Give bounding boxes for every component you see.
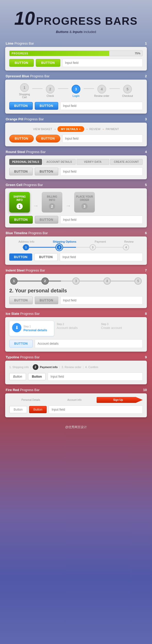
step-label-2: Check [43,95,58,97]
green-label-2: BILLINGINFO [47,195,57,202]
section4-num: 4 [145,150,147,154]
indent-button1[interactable]: Button [9,296,33,304]
header-title: PROGRESS BARS [36,15,138,27]
section1-num: 1 [145,41,147,45]
pill-arrow-3: → [102,127,105,131]
lime-controls: BUTTON BUTTON [9,59,143,67]
lime-input[interactable] [62,59,143,67]
blue-step-4: 4 Review order [94,85,109,97]
section8-num: 8 [145,312,147,316]
steel-tab-3[interactable]: VERIFY DATA [77,159,109,165]
timeline-input[interactable] [60,253,143,261]
ice-step-num-3: Step 3 [101,323,108,326]
fire-tab-1[interactable]: Personal Details [9,397,52,403]
tl-dot-4: 4 [123,244,129,250]
header-subtitle: Buttons & Inputs included [5,30,147,34]
section5-label-bold: Green Cell [6,183,22,187]
step-label-3: Login [68,95,84,97]
orange-button1[interactable]: BUTTON [9,135,34,142]
step-label-5: Checkout [120,95,135,97]
lime-pct: 75% [135,52,140,55]
pill-step-1: VIEW BASKET [33,128,52,131]
typo-button1[interactable]: Button [9,373,26,380]
blue-button2[interactable]: Button [35,102,58,110]
lime-button2[interactable]: BUTTON [36,59,60,67]
green-num-2: 2 [49,203,55,209]
fire-controls: Button Button [9,405,143,414]
lime-button1[interactable]: BUTTON [9,59,34,67]
fire-input[interactable] [49,405,143,414]
section7-label-bold: Indent Steel [6,268,25,272]
indent-personal-text: 2. Your personal details [9,288,143,294]
blue-button1[interactable]: Button [9,102,33,110]
header-num: 10 [14,8,35,29]
orange-button2[interactable]: BUTTON [36,135,60,142]
step-circle-4: 4 [97,85,106,94]
ice-input[interactable] [35,339,143,348]
section1-label-bold: Lime [6,41,13,45]
orange-input[interactable] [62,134,143,143]
timeline-labels: Address Info Shipping Options Payment Re… [9,240,143,243]
pill-step-2-active: MY DETAILS + [57,126,84,132]
steel-button2[interactable]: BUTTON [35,168,58,175]
tl-label-1: Address Info [19,240,35,243]
typo-step-3: 3. Review order [62,366,81,369]
indent-button2[interactable]: Button [35,296,58,304]
green-button2[interactable]: BUTTON [35,216,58,224]
green-input[interactable] [60,216,143,224]
section8-label-bold: Ice Slate [6,312,19,316]
section4-card: PERSONAL DETAILS ACCOUNT DETAILS VERIFY … [5,155,147,179]
typo-button2[interactable]: Button [28,373,46,380]
section-5-green: Green Cell Progress Bar 5 SHIPPINGINFO 1… [5,183,147,227]
pill-arrow-2: → [85,127,88,131]
section5-card: SHIPPINGINFO 1 → BILLINGINFO 2 → PLACE Y… [5,188,147,227]
indent-dot-3: 3 [72,277,80,285]
lime-progress-bar: PROGRESS 75% [9,50,143,56]
green-box-3: PLACE YOURORDER 3 [74,192,95,213]
fire-tab-3[interactable]: Sign Up [97,397,143,403]
section-7-indent: Indent Steel Progress Bar 7 1 2 3 4 5 2.… [5,268,147,308]
blue-steps: 1 Shopping Cart 2 Check 3 Login 4 Review… [9,83,143,99]
section10-label-bold: Fire Red [6,388,19,392]
orange-steps: VIEW BASKET → MY DETAILS + → REVIEW → PA… [9,126,143,132]
section3-num: 3 [145,117,147,121]
steel-button1[interactable]: BUTTON [9,168,33,175]
timeline-button1[interactable]: Button [9,253,32,261]
green-box-1: SHIPPINGINFO 1 [9,192,30,213]
section7-num: 7 [145,268,147,272]
section7-card: 1 2 3 4 5 2. Your personal details Butto… [5,274,147,308]
timeline-button2[interactable]: Button [34,253,58,261]
section10-num: 10 [143,388,147,392]
section-10-fire: Fire Red Progress Bar 10 Personal Detail… [5,388,147,417]
indent-line-active [10,281,61,282]
subtitle-buttons: Buttons [56,30,69,34]
green-box-2: BILLINGINFO 2 [42,192,62,213]
steel-tab-1[interactable]: PERSONAL DETAILS [9,159,42,165]
green-button1[interactable]: BUTTON [9,216,33,224]
indent-track: 1 2 3 4 5 [9,277,143,285]
green-num-3: 3 [81,203,88,209]
green-step-1: SHIPPINGINFO 1 [9,192,30,213]
section6-num: 6 [145,231,147,235]
section-4-steel: Round Steel Progress Bar 4 PERSONAL DETA… [5,150,147,179]
section1-label-rest: Progress Bar [14,41,34,45]
fire-tab-2[interactable]: Account info [53,397,96,403]
steel-input[interactable] [60,167,143,176]
steel-tab-2[interactable]: ACCOUNT DETAILS [43,159,75,165]
green-controls: BUTTON BUTTON [9,216,143,224]
indent-input[interactable] [60,296,143,304]
green-label-1: SHIPPINGINFO [13,195,26,202]
ice-step-2: Step 2 Account details [54,321,98,332]
steel-tab-4[interactable]: CREATE ACCOUNT [110,159,143,165]
section10-card: Personal Details Account info Sign Up Bu… [5,393,147,417]
pill-step-4: PAYMENT [106,128,119,131]
blue-input[interactable] [60,102,143,110]
typo-input[interactable] [48,372,143,381]
tl-label-4: Review [124,240,133,243]
fire-tab-row: Personal Details Account info Sign Up [9,397,143,403]
ice-button[interactable]: Button [9,340,33,348]
step-circle-2: 2 [46,85,55,94]
fire-button2[interactable]: Button [29,406,47,413]
blue-controls: Button Button [9,102,143,110]
fire-button1[interactable]: Button [9,406,27,413]
